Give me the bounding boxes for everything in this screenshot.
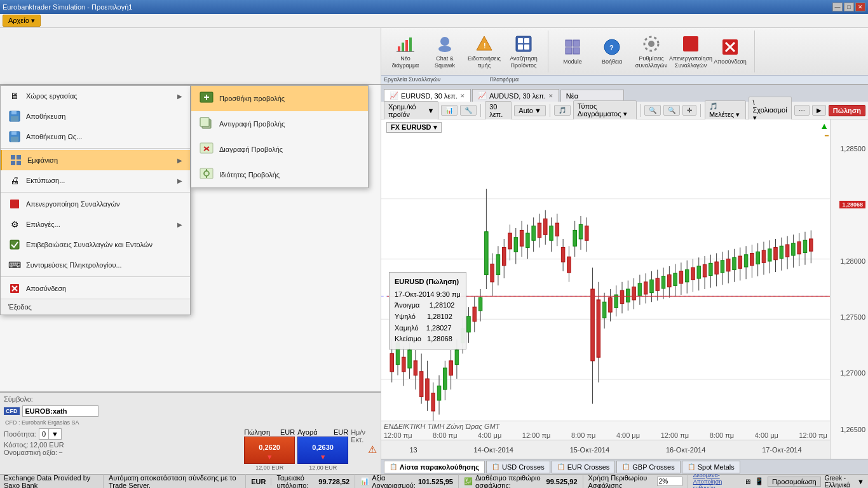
module-label: Module xyxy=(563,58,582,65)
margin-section: 💹 Διαθέσιμο περιθώριο ασφάλισης: 99.525,… xyxy=(464,474,583,489)
ribbon-label-bar: Εργαλεία Συναλλαγών Πλατφόρμα xyxy=(381,75,868,84)
data-label[interactable]: Δεδομένα-Αποποίηση ευθυνών xyxy=(693,472,740,489)
delete-view-item[interactable]: Διαγραφή Προβολής xyxy=(191,137,368,162)
quantity-stepper[interactable]: 0 ▼ xyxy=(39,428,62,440)
svg-rect-110 xyxy=(538,223,541,238)
svg-rect-114 xyxy=(550,226,553,241)
more-btn[interactable]: ⋯ xyxy=(794,105,810,116)
auto-btn[interactable]: Auto ▼ xyxy=(514,105,546,116)
tooltip-low-val: 1,28027 xyxy=(426,324,452,332)
shortcuts-item[interactable]: ⌨ Συντομεύσεις Πληκτρολογίου... xyxy=(1,255,190,275)
trading-panel: Σύμβολο: CFD EUROB:xath CFD : Eurobank E… xyxy=(0,391,381,474)
lang-dropdown-icon[interactable]: ▼ xyxy=(857,478,864,485)
appearance-icon xyxy=(10,154,22,166)
eurusd-tab[interactable]: 📈 EURUSD, 30 λεπ. ✕ xyxy=(384,89,471,102)
bottom-note: ΕΝΔΕΙΚΤΙΚΗ ΤΙΜΗ Ζώνη Ώρας GMT xyxy=(384,423,827,430)
svg-rect-160 xyxy=(685,270,689,282)
sell-cost: 12,00 EUR xyxy=(255,464,283,471)
maximize-btn[interactable]: □ xyxy=(844,3,854,11)
audusd-tab[interactable]: 📈 AUDUSD, 30 λεπ. ✕ xyxy=(472,89,559,102)
chart-type-btn[interactable]: Τύπος Διαγράμματος ▾ xyxy=(573,100,637,120)
product-dropdown[interactable]: Χρημ./κό προϊόν ▼ xyxy=(384,101,438,120)
buy-button[interactable]: 0,2630 ▼ xyxy=(297,437,348,464)
saveas-item[interactable]: Αποθήκευση Ως... xyxy=(1,126,190,147)
help-btn[interactable]: ? Βοήθεια xyxy=(593,32,631,71)
chart-icon1[interactable]: 📊 xyxy=(441,105,458,116)
workspace-item[interactable]: 🖥 Χώρος εργασίας ▶ xyxy=(1,86,190,106)
content-area: 🖥 Χώρος εργασίας ▶ Αποθήκευση Αποθήκευση… xyxy=(0,85,868,474)
sell-button[interactable]: 0,2620 ▼ xyxy=(244,437,295,464)
svg-rect-96 xyxy=(496,255,500,275)
add-view-item[interactable]: Προσθήκη προβολής xyxy=(191,86,368,111)
chat-squawk-btn[interactable]: Chat &Squawk xyxy=(426,30,464,72)
disconnect-btn[interactable]: Αποσύνδεση xyxy=(711,32,749,71)
chart-icon2[interactable]: 🔧 xyxy=(460,105,477,116)
sell-prefix: 0,26 xyxy=(259,444,272,451)
module-btn[interactable]: Module xyxy=(553,32,592,71)
svg-rect-146 xyxy=(644,282,648,294)
file-menu[interactable]: Αρχείο ▾ xyxy=(3,15,41,27)
chart-tooltip: EURUSD (Πώληση) 17-Οκτ-2014 9:30 πμ Άνοι… xyxy=(389,272,466,349)
current-price-label: 1,28068 xyxy=(839,201,865,208)
confirmations-item[interactable]: Επιβεβαιώσεις Συναλλαγών και Εντολών xyxy=(1,234,190,255)
eurusd-tab-close[interactable]: ✕ xyxy=(460,93,465,99)
tooltip-close-val: 1,28068 xyxy=(427,335,452,342)
product-search-btn[interactable]: ΑναζήτησηΠροϊόντος xyxy=(505,30,543,72)
sep-tb3 xyxy=(641,104,641,117)
exit-item[interactable]: Έξοδος xyxy=(1,299,190,315)
svg-rect-132 xyxy=(602,302,606,318)
crosshair-btn[interactable]: ✛ xyxy=(682,105,696,116)
zoom-out-btn[interactable]: 🔍 xyxy=(663,105,680,116)
zoom-in-btn[interactable]: 🔍 xyxy=(644,105,661,116)
music-icon[interactable]: 🎵 xyxy=(554,105,571,116)
fx-label[interactable]: FX EURUSD ▾ xyxy=(386,122,442,133)
margin-use-input[interactable] xyxy=(657,477,682,486)
print-item[interactable]: 🖨 Εκτύπωση... ▶ xyxy=(1,170,190,191)
svg-rect-3 xyxy=(409,37,412,51)
usd-crosses-tab[interactable]: 📋 USD Crosses xyxy=(486,461,550,473)
disconnect-menu-item[interactable]: Αποσύνδεση xyxy=(1,278,190,299)
options-item[interactable]: ⚙ Επιλογές... ▶ xyxy=(1,214,190,234)
symbol-label: Σύμβολο: xyxy=(4,395,42,403)
saveas-label: Αποθήκευση Ως... xyxy=(26,133,82,140)
tooltip-high-label: Υψηλό xyxy=(395,313,416,320)
close-btn[interactable]: ✕ xyxy=(855,3,865,11)
watchlist-tab[interactable]: 📋 Λίστα παρακολούθησης xyxy=(384,461,485,473)
props-view-item[interactable]: Ιδιότητες Προβολής xyxy=(191,162,368,187)
svg-rect-158 xyxy=(679,271,683,283)
minimize-btn[interactable]: — xyxy=(832,3,843,11)
quantity-dropdown-icon[interactable]: ▼ xyxy=(48,429,61,439)
time-label-3: 4:00 μμ xyxy=(478,431,501,439)
spot-metals-tab[interactable]: 📋 Spot Metals xyxy=(682,461,740,473)
sell-toolbar-btn[interactable]: Πώληση xyxy=(829,105,865,116)
disable-tx-btn[interactable]: ΑπενεργοποίησηΣυναλλαγών xyxy=(672,30,710,72)
simulation-btn[interactable]: Προσομοίωση xyxy=(768,477,821,487)
save-item[interactable]: Αποθήκευση xyxy=(1,106,190,126)
eur-crosses-tab[interactable]: 📋 EUR Crosses xyxy=(552,461,616,473)
cost-row: Κόστος: 12,00 EUR xyxy=(4,441,241,449)
appearance-item[interactable]: Εμφάνιση ▶ xyxy=(1,150,190,170)
price-alerts-btn[interactable]: ! Ειδοποιήσειςτιμής xyxy=(465,30,503,72)
margin-icon: 💹 xyxy=(464,477,473,485)
symbol-input[interactable]: EUROB:xath xyxy=(22,405,98,417)
svg-rect-176 xyxy=(733,257,736,269)
svg-rect-118 xyxy=(561,248,565,262)
svg-rect-186 xyxy=(762,250,766,262)
svg-rect-66 xyxy=(408,350,412,368)
tooltip-title: EURUSD (Πώληση) xyxy=(395,276,461,288)
new-chart-btn[interactable]: Νέοδιάγραμμα xyxy=(386,30,424,72)
audusd-tab-close[interactable]: ✕ xyxy=(548,93,553,99)
module-icon xyxy=(562,37,583,57)
studies-btn[interactable]: 🎵 Μελέτες ▾ xyxy=(705,100,745,121)
margin-use-section: Χρήση Περιθωρίου Ασφάλισης xyxy=(588,474,688,489)
gbp-crosses-tab[interactable]: 📋 GBP Crosses xyxy=(616,461,680,473)
disable-tx-item[interactable]: Απενεργοποίηση Συναλλαγών xyxy=(1,194,190,214)
svg-rect-16 xyxy=(566,48,572,54)
disable-tx-icon xyxy=(681,34,701,54)
symbol-row: Σύμβολο: xyxy=(4,395,377,403)
bottom-tabs: 📋 Λίστα παρακολούθησης 📋 USD Crosses 📋 E… xyxy=(381,459,868,474)
scroll-right-btn[interactable]: ▶ xyxy=(812,105,826,116)
copy-view-item[interactable]: Αντιγραφή Προβολής xyxy=(191,111,368,137)
timeframe-btn[interactable]: 30 λεπ. xyxy=(485,101,512,120)
settings-btn[interactable]: Ρυθμίσειςσυναλλαγών xyxy=(632,30,670,72)
